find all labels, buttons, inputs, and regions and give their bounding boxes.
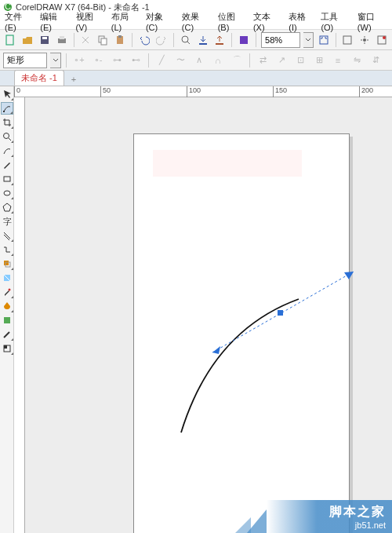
cusp-button[interactable]: ∧ bbox=[191, 53, 207, 68]
shape-tool[interactable] bbox=[1, 102, 13, 115]
vertical-ruler[interactable] bbox=[14, 97, 25, 533]
svg-rect-4 bbox=[42, 37, 47, 39]
svg-rect-10 bbox=[118, 35, 122, 38]
reflect-v-button[interactable]: ⇵ bbox=[368, 53, 383, 68]
outline-pen-tool[interactable] bbox=[1, 328, 13, 341]
connector-tool[interactable] bbox=[1, 243, 13, 256]
selected-node[interactable] bbox=[278, 310, 283, 316]
paste-button[interactable] bbox=[113, 32, 127, 48]
separator bbox=[66, 53, 67, 68]
to-line-button[interactable]: ╱ bbox=[154, 53, 169, 68]
new-button[interactable] bbox=[3, 32, 17, 48]
separator bbox=[249, 53, 250, 68]
shape-dropdown[interactable] bbox=[50, 53, 61, 68]
document-tab[interactable]: 未命名 -1 bbox=[14, 70, 64, 86]
import-button[interactable] bbox=[196, 32, 210, 48]
svg-rect-2 bbox=[6, 35, 13, 45]
zoom-tool[interactable] bbox=[1, 130, 13, 143]
handle-arrow-end-icon[interactable] bbox=[344, 272, 354, 279]
menu-layout[interactable]: 布局(L) bbox=[111, 11, 138, 32]
standard-toolbar: 58% bbox=[0, 30, 392, 50]
break-node-button[interactable]: ⊷ bbox=[128, 53, 143, 68]
separator bbox=[74, 33, 74, 47]
svg-rect-29 bbox=[4, 317, 10, 323]
open-button[interactable] bbox=[20, 32, 34, 48]
rectangle-tool[interactable] bbox=[1, 173, 13, 185]
artistic-media-tool[interactable] bbox=[1, 159, 13, 171]
zoom-input[interactable]: 58% bbox=[261, 32, 300, 48]
svg-text:字: 字 bbox=[2, 217, 11, 226]
cut-button[interactable] bbox=[78, 32, 93, 48]
menu-window[interactable]: 窗口(W) bbox=[358, 11, 387, 32]
join-node-button[interactable]: ⊶ bbox=[109, 53, 125, 68]
polygon-tool[interactable] bbox=[1, 201, 13, 214]
new-tab-button[interactable]: + bbox=[67, 73, 80, 86]
save-button[interactable] bbox=[38, 32, 52, 48]
align-button[interactable]: ≡ bbox=[330, 53, 346, 68]
smart-fill-tool[interactable] bbox=[1, 314, 13, 327]
shape-selector[interactable]: 矩形 bbox=[3, 53, 47, 68]
extract-button[interactable]: ⊡ bbox=[292, 53, 308, 68]
reflect-h-button[interactable]: ⇋ bbox=[349, 53, 365, 68]
page[interactable] bbox=[133, 133, 350, 533]
menu-table[interactable]: 表格(I) bbox=[289, 11, 313, 32]
transparency-tool[interactable] bbox=[1, 272, 13, 284]
svg-rect-20 bbox=[3, 111, 5, 112]
options-button[interactable] bbox=[358, 32, 372, 48]
zoom-value: 58% bbox=[265, 35, 282, 45]
add-node-button[interactable]: ∘+ bbox=[71, 53, 87, 68]
separator bbox=[231, 33, 232, 47]
export-button[interactable] bbox=[212, 32, 227, 48]
symm-button[interactable]: ⌒ bbox=[229, 53, 245, 68]
menu-edit[interactable]: 编辑(E) bbox=[40, 11, 67, 32]
copy-button[interactable] bbox=[96, 32, 110, 48]
separator bbox=[256, 33, 256, 47]
ellipse-tool[interactable] bbox=[1, 187, 13, 199]
fill-tool[interactable] bbox=[1, 342, 13, 355]
reverse-button[interactable]: ⇄ bbox=[255, 53, 270, 68]
print-button[interactable] bbox=[55, 32, 69, 48]
canvas[interactable] bbox=[25, 97, 392, 533]
drop-shadow-tool[interactable] bbox=[1, 257, 13, 270]
eyedropper-tool[interactable] bbox=[1, 286, 13, 298]
launch-button[interactable] bbox=[375, 32, 389, 48]
separator bbox=[173, 33, 174, 47]
fullscreen-button[interactable] bbox=[317, 32, 331, 48]
svg-rect-22 bbox=[4, 177, 10, 181]
shape-label: 矩形 bbox=[7, 54, 24, 66]
search-button[interactable] bbox=[179, 32, 193, 48]
text-tool[interactable]: 字 bbox=[1, 215, 13, 228]
svg-rect-15 bbox=[320, 36, 328, 44]
publish-button[interactable] bbox=[237, 32, 251, 48]
handle-arrow-start-icon[interactable] bbox=[212, 346, 220, 354]
horizontal-ruler[interactable]: 0 50 100 150 200 bbox=[14, 86, 392, 97]
delete-node-button[interactable]: ∘- bbox=[90, 53, 106, 68]
curve-object[interactable] bbox=[165, 252, 369, 448]
svg-point-19 bbox=[383, 36, 386, 39]
extend-button[interactable]: ↗ bbox=[274, 53, 289, 68]
pick-tool[interactable] bbox=[1, 88, 13, 100]
smooth-button[interactable]: ∩ bbox=[210, 53, 226, 68]
pink-rectangle-object[interactable] bbox=[153, 150, 302, 177]
menu-file[interactable]: 文件(E) bbox=[5, 11, 32, 32]
property-bar: 矩形 ∘+ ∘- ⊶ ⊷ ╱ 〜 ∧ ∩ ⌒ ⇄ ↗ ⊡ ⊞ ≡ ⇋ ⇵ bbox=[0, 50, 392, 71]
parallel-dim-tool[interactable] bbox=[1, 229, 13, 242]
freehand-tool[interactable] bbox=[1, 144, 13, 157]
zoom-dropdown[interactable] bbox=[303, 32, 314, 48]
menu-object[interactable]: 对象(C) bbox=[146, 11, 174, 32]
menu-tools[interactable]: 工具(O) bbox=[321, 11, 349, 32]
crop-tool[interactable] bbox=[1, 116, 13, 129]
interactive-fill-tool[interactable] bbox=[1, 300, 13, 312]
stretch-button[interactable]: ⊞ bbox=[311, 53, 327, 68]
menu-view[interactable]: 视图(V) bbox=[76, 11, 103, 32]
menu-text[interactable]: 文本(X) bbox=[253, 11, 281, 32]
snap-button[interactable] bbox=[340, 32, 354, 48]
watermark-text: 脚本之家 bbox=[329, 504, 386, 520]
undo-button[interactable] bbox=[137, 32, 151, 48]
menu-effects[interactable]: 效果(C) bbox=[182, 11, 210, 32]
curve-path[interactable] bbox=[181, 299, 299, 433]
to-curve-button[interactable]: 〜 bbox=[172, 53, 188, 68]
redo-button[interactable] bbox=[154, 32, 169, 48]
menu-bitmap[interactable]: 位图(B) bbox=[218, 11, 245, 32]
separator bbox=[148, 53, 149, 68]
